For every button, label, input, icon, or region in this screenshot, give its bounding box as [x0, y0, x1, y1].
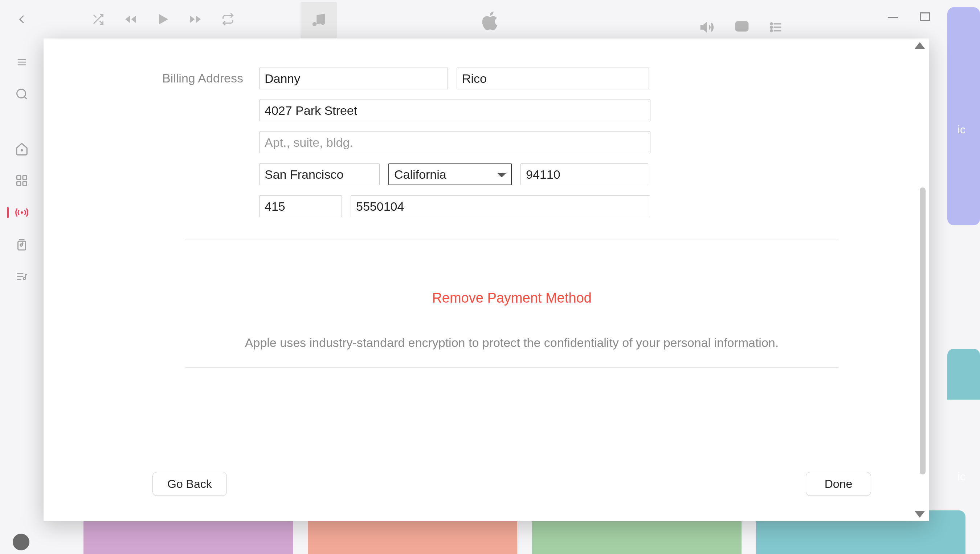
zip-field[interactable]: [520, 163, 648, 185]
svg-point-10: [17, 89, 26, 98]
phone-number-field[interactable]: [351, 195, 650, 217]
area-code-field[interactable]: [259, 195, 342, 217]
svg-rect-13: [17, 176, 21, 180]
background-card: [947, 349, 980, 400]
volume-icon[interactable]: [698, 20, 716, 36]
state-select[interactable]: California: [388, 163, 512, 185]
svg-rect-16: [23, 182, 27, 186]
background-card-label: ic: [958, 123, 966, 136]
now-playing-artwork: [301, 2, 337, 38]
street-field[interactable]: [259, 99, 651, 121]
next-track-icon[interactable]: [187, 13, 203, 27]
svg-point-6: [770, 30, 772, 32]
encryption-disclaimer: Apple uses industry-standard encryption …: [153, 336, 871, 350]
svg-point-4: [770, 23, 772, 25]
billing-address-label: Billing Address: [153, 67, 243, 217]
go-back-button[interactable]: Go Back: [153, 472, 227, 496]
sidebar-menu-icon[interactable]: [14, 54, 29, 70]
previous-track-icon[interactable]: [123, 13, 138, 27]
apt-suite-field[interactable]: [259, 131, 651, 153]
svg-point-5: [770, 27, 772, 28]
first-name-field[interactable]: [259, 67, 448, 89]
sidebar-search-icon[interactable]: [14, 86, 29, 102]
sidebar-library-icon[interactable]: [14, 237, 29, 252]
scroll-up-icon[interactable]: [915, 42, 925, 49]
svg-point-12: [21, 149, 23, 152]
player-bar: [43, 0, 799, 40]
sidebar: [7, 47, 36, 543]
queue-list-icon[interactable]: [768, 20, 784, 36]
last-name-field[interactable]: [457, 67, 649, 89]
scrollbar-thumb[interactable]: [920, 187, 926, 474]
done-button[interactable]: Done: [806, 472, 871, 496]
sidebar-home-icon[interactable]: [14, 141, 29, 156]
window-maximize-button[interactable]: [920, 12, 930, 22]
scroll-down-icon[interactable]: [915, 511, 925, 518]
svg-rect-14: [23, 176, 27, 180]
sidebar-radio-icon[interactable]: [14, 205, 29, 220]
lyrics-icon[interactable]: [734, 20, 750, 36]
back-button[interactable]: [17, 14, 28, 25]
divider: [185, 367, 838, 368]
account-settings-modal: Billing Address California: [43, 38, 929, 521]
svg-rect-15: [17, 182, 21, 186]
avatar[interactable]: [13, 534, 29, 550]
repeat-icon[interactable]: [221, 13, 235, 27]
shuffle-icon[interactable]: [91, 13, 105, 27]
play-icon[interactable]: [156, 11, 170, 29]
divider: [185, 239, 838, 239]
sidebar-browse-icon[interactable]: [14, 173, 29, 188]
sidebar-playlist-icon[interactable]: [14, 269, 29, 284]
background-card-label: ic: [958, 471, 966, 483]
window-minimize-button[interactable]: [888, 12, 898, 22]
remove-payment-method-link[interactable]: Remove Payment Method: [153, 290, 871, 306]
background-card: [947, 7, 980, 225]
svg-line-11: [25, 97, 27, 99]
city-field[interactable]: [259, 163, 380, 185]
apple-logo-icon: [481, 11, 499, 33]
svg-point-17: [21, 211, 23, 214]
